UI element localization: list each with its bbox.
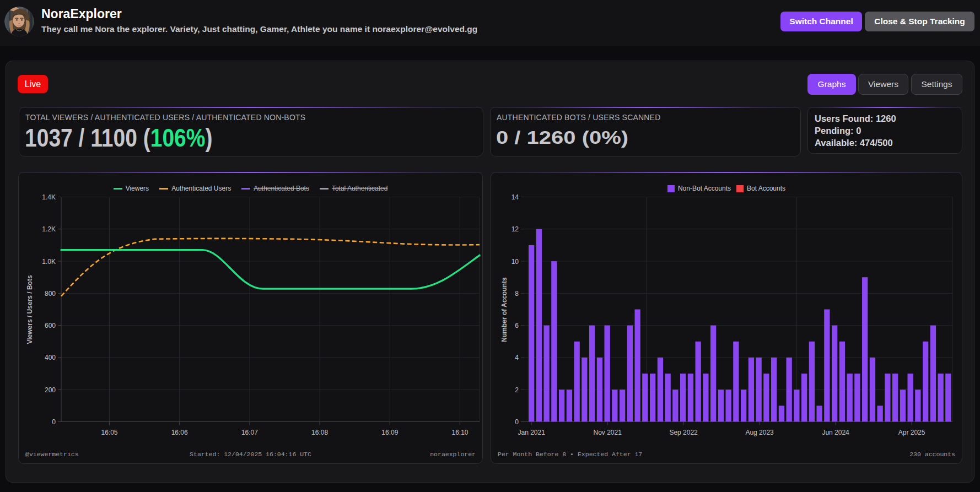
svg-text:16:10: 16:10 — [451, 429, 468, 436]
svg-text:16:05: 16:05 — [101, 429, 117, 436]
svg-text:4: 4 — [515, 354, 519, 361]
svg-text:16:07: 16:07 — [241, 429, 258, 436]
svg-text:Viewers / Users / Bots: Viewers / Users / Bots — [26, 275, 34, 344]
svg-text:8: 8 — [515, 290, 519, 298]
svg-text:16:06: 16:06 — [171, 429, 188, 436]
svg-text:1.4K: 1.4K — [42, 193, 56, 201]
svg-text:10: 10 — [511, 258, 519, 266]
svg-text:14: 14 — [511, 193, 519, 201]
svg-text:16:08: 16:08 — [311, 429, 328, 436]
svg-text:1.2K: 1.2K — [42, 225, 56, 233]
svg-text:1.0K: 1.0K — [42, 258, 56, 266]
svg-text:16:09: 16:09 — [381, 429, 398, 436]
svg-text:Sep 2022: Sep 2022 — [669, 429, 698, 436]
svg-text:Aug 2023: Aug 2023 — [745, 429, 774, 436]
svg-text:600: 600 — [45, 322, 56, 329]
svg-text:Apr 2025: Apr 2025 — [898, 429, 925, 436]
svg-text:0: 0 — [52, 418, 56, 426]
svg-text:400: 400 — [45, 354, 56, 361]
svg-text:200: 200 — [45, 386, 56, 394]
svg-text:12: 12 — [511, 225, 519, 233]
svg-text:0: 0 — [515, 418, 519, 426]
svg-text:Nov 2021: Nov 2021 — [594, 429, 622, 436]
svg-text:Jan 2021: Jan 2021 — [518, 429, 546, 436]
svg-text:Number of Accounts: Number of Accounts — [500, 277, 508, 342]
svg-text:800: 800 — [45, 290, 56, 298]
svg-text:6: 6 — [515, 322, 519, 329]
svg-text:2: 2 — [515, 386, 519, 394]
svg-text:Jun 2024: Jun 2024 — [822, 429, 849, 436]
